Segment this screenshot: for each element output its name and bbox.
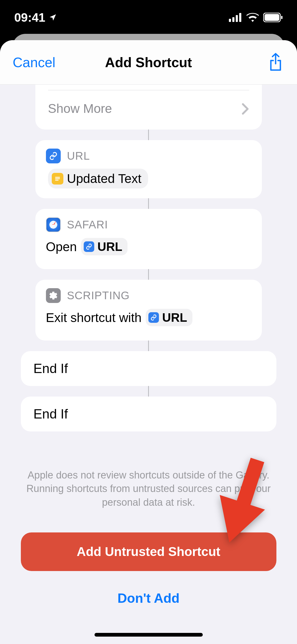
variable-pill-url[interactable]: URL [146,309,192,326]
connector-line [148,269,149,280]
safari-label: SAFARI [67,218,108,231]
url-label: URL [67,150,90,162]
action-card-endif[interactable]: End If [21,397,276,431]
svg-rect-0 [229,19,231,22]
text-icon [52,173,63,185]
battery-icon [263,13,283,22]
safari-icon [46,217,61,232]
connector-line [148,198,149,209]
sheet-header: Cancel Add Shortcut [0,40,297,85]
arrow-down-icon [213,457,271,547]
show-more-label: Show More [48,101,112,116]
location-icon [49,13,57,22]
connector-line [148,130,149,140]
status-icons [229,13,283,22]
svg-rect-2 [236,15,238,22]
show-more-row[interactable]: Show More [35,85,262,130]
share-button[interactable] [267,52,284,73]
action-card-safari[interactable]: SAFARI Open URL [35,209,262,269]
status-time: 09:41 [14,10,45,25]
link-icon [46,149,61,163]
svg-rect-3 [239,13,241,22]
share-icon [268,53,283,72]
action-card-prev: Show More [35,85,262,130]
status-bar: 09:41 [0,0,297,35]
svg-rect-1 [232,17,234,22]
connector-line [148,386,149,397]
svg-rect-5 [265,14,279,21]
pill-text: URL [97,240,122,254]
card-header-row: SCRIPTING [46,288,251,303]
pill-text: Updated Text [67,171,142,186]
cellular-icon [229,13,242,22]
sheet-body[interactable]: Show More URL [0,85,297,644]
phone-frame: 09:41 Cancel Add Shortcut [0,0,297,644]
action-card-endif[interactable]: End If [21,351,276,386]
gear-icon [46,288,61,303]
card-header-row: URL [46,149,251,163]
connector-line [148,341,149,351]
wifi-icon [246,13,259,22]
svg-marker-11 [213,495,265,547]
pill-text: URL [162,310,187,325]
status-time-group: 09:41 [14,10,57,25]
home-indicator[interactable] [95,633,203,637]
card-header-row: SAFARI [46,217,251,232]
action-text: Open [46,240,77,254]
action-card-scripting[interactable]: SCRIPTING Exit shortcut with URL [35,280,262,341]
scripting-label: SCRIPTING [67,289,130,302]
svg-rect-6 [281,16,282,19]
link-icon [148,312,159,323]
link-icon [84,241,94,252]
variable-pill-url[interactable]: URL [81,238,128,255]
variable-row: Updated Text [46,169,251,188]
annotation-arrow [213,457,271,547]
action-row: Open URL [46,238,251,255]
chevron-right-icon [242,103,249,116]
cancel-button[interactable]: Cancel [13,54,55,70]
action-row: Exit shortcut with URL [46,309,251,326]
action-card-url[interactable]: URL Updated Text [35,140,262,198]
modal-sheet: Cancel Add Shortcut Show More [0,40,297,644]
variable-pill-updated-text[interactable]: Updated Text [48,169,148,188]
dont-add-button[interactable]: Don't Add [0,591,297,606]
action-text: Exit shortcut with [46,310,142,325]
